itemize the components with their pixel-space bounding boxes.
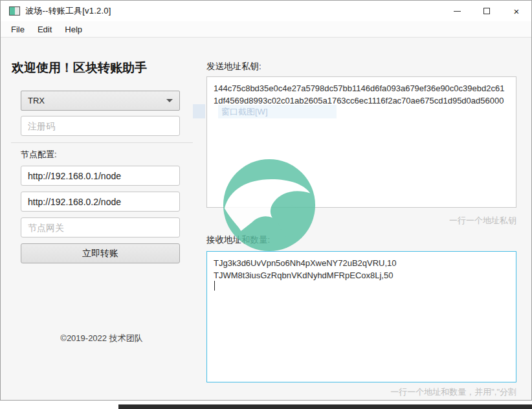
node-url-1-input[interactable] [21, 166, 180, 186]
minimize-icon [454, 11, 461, 12]
menu-file[interactable]: File [5, 22, 31, 37]
coin-select-value: TRX [28, 96, 45, 105]
menu-bar: File Edit Help [1, 21, 531, 38]
private-key-hint: 一行一个地址私钥 [322, 215, 516, 227]
private-key-textarea[interactable]: 144c75c8bd35e0c4e27a5798dc57bb1146d6fa09… [206, 76, 516, 208]
node-gateway-input[interactable] [21, 217, 180, 238]
coin-select[interactable]: TRX [21, 91, 180, 111]
ghost-tooltip: 窗口截图[W] [218, 105, 337, 118]
title-bar[interactable]: 波场--转账工具[v1.2.0] × [1, 1, 531, 21]
ghost-tool-icon [193, 104, 205, 118]
register-code-input[interactable] [21, 116, 180, 136]
private-key-label: 发送地址私钥: [206, 61, 261, 72]
window-controls: × [442, 1, 531, 21]
chevron-down-icon [166, 99, 173, 102]
text-cursor [214, 281, 215, 291]
minimize-button[interactable] [442, 1, 472, 21]
receiver-hint: 一行一个地址和数量，并用","分割 [322, 386, 516, 398]
app-window: 波场--转账工具[v1.2.0] × File Edit Help 欢迎使用！区… [0, 0, 532, 401]
menu-help[interactable]: Help [58, 22, 89, 37]
receiver-label: 接收地址和数量: [206, 234, 270, 246]
copyright-text: ©2019-2022 技术团队 [11, 333, 192, 344]
transfer-now-button[interactable]: 立即转账 [21, 243, 180, 263]
close-button[interactable]: × [502, 1, 531, 21]
maximize-icon [483, 8, 490, 14]
menu-edit[interactable]: Edit [31, 22, 58, 37]
ghost-tooltip-text: 窗口截图[W] [221, 106, 268, 118]
taskbar-edge[interactable] [118, 404, 532, 409]
node-config-label: 节点配置: [21, 149, 57, 160]
close-icon: × [514, 6, 520, 16]
window-title: 波场--转账工具[v1.2.0] [25, 5, 111, 17]
maximize-button[interactable] [472, 1, 502, 21]
welcome-heading: 欢迎使用！区块转账助手 [12, 60, 147, 76]
app-icon [9, 6, 20, 16]
section-divider [11, 142, 193, 143]
receiver-textarea[interactable]: TJg3k3d6UvVpn5o6Nh4pXweNY72uB2qVRU,10 TJ… [206, 251, 516, 382]
node-url-2-input[interactable] [21, 192, 180, 212]
